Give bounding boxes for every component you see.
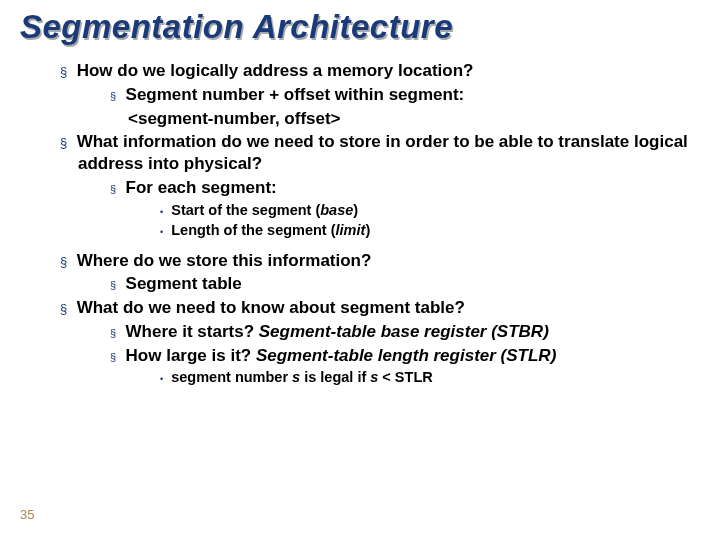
bullet-l1: § How do we logically address a memory l… <box>60 60 700 82</box>
bullet-icon: § <box>110 327 116 339</box>
slide-title: Segmentation Architecture <box>20 8 700 46</box>
bullet-text: How large is it? Segment-table length re… <box>126 346 557 365</box>
page-number: 35 <box>20 507 34 522</box>
bullet-icon: § <box>60 135 67 150</box>
bullet-text: Where it starts? Segment-table base regi… <box>126 322 549 341</box>
bullet-l2: § Segment table <box>110 273 700 295</box>
bullet-l2: § Where it starts? Segment-table base re… <box>110 321 700 343</box>
bullet-text: Segment number + offset within segment: <box>126 85 465 104</box>
bullet-icon: § <box>110 351 116 363</box>
bullet-l3: • Start of the segment (base) <box>160 201 700 220</box>
bullet-l1: § Where do we store this information? <box>60 250 700 272</box>
bullet-text: What information do we need to store in … <box>77 132 688 173</box>
bullet-icon: § <box>60 64 67 79</box>
bullet-text: Length of the segment (limit) <box>171 222 370 238</box>
bullet-l2: § Segment number + offset within segment… <box>110 84 700 106</box>
bullet-l2-cont: <segment-number, offset> <box>128 108 700 130</box>
bullet-text: How do we logically address a memory loc… <box>77 61 474 80</box>
slide: Segmentation Architecture § How do we lo… <box>0 0 720 540</box>
bullet-l3: • segment number s is legal if s < STLR <box>160 368 700 387</box>
bullet-l1: § What do we need to know about segment … <box>60 297 700 319</box>
spacer <box>20 242 700 250</box>
bullet-text: <segment-number, offset> <box>128 109 341 128</box>
bullet-text: For each segment: <box>126 178 277 197</box>
bullet-text: Segment table <box>126 274 242 293</box>
bullet-icon: • <box>160 227 163 237</box>
bullet-icon: § <box>60 301 67 316</box>
bullet-text: Where do we store this information? <box>77 251 372 270</box>
bullet-icon: § <box>60 254 67 269</box>
slide-content: § How do we logically address a memory l… <box>20 60 700 387</box>
bullet-icon: § <box>110 279 116 291</box>
bullet-text: segment number s is legal if s < STLR <box>171 369 433 385</box>
bullet-text: What do we need to know about segment ta… <box>77 298 465 317</box>
bullet-l2: § How large is it? Segment-table length … <box>110 345 700 367</box>
bullet-l1: § What information do we need to store i… <box>60 131 700 175</box>
bullet-l2: § For each segment: <box>110 177 700 199</box>
bullet-l3: • Length of the segment (limit) <box>160 221 700 240</box>
bullet-text: Start of the segment (base) <box>171 202 358 218</box>
bullet-icon: • <box>160 374 163 384</box>
bullet-icon: • <box>160 207 163 217</box>
bullet-icon: § <box>110 90 116 102</box>
bullet-icon: § <box>110 183 116 195</box>
